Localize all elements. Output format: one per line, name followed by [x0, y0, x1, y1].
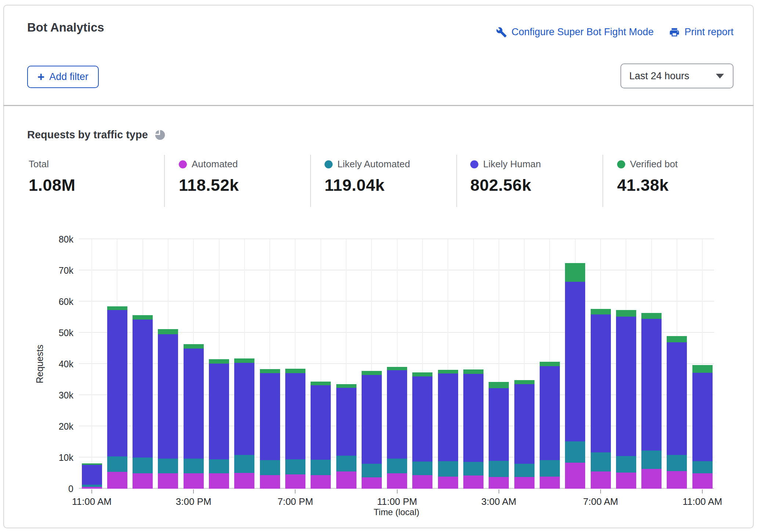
configure-super-bot-fight-mode-link[interactable]: Configure Super Bot Fight Mode	[496, 26, 653, 38]
stacked-bar-hour-13[interactable]	[412, 239, 432, 489]
stacked-bar-hour-1[interactable]	[107, 239, 127, 489]
bar-segment-likely-human	[540, 366, 560, 460]
bar-segment-likely-automated	[184, 459, 204, 473]
bar-segment-verified-bot	[260, 369, 280, 373]
bar-segment-verified-bot	[540, 362, 560, 366]
bar-segment-likely-human	[692, 373, 713, 461]
bar-segment-likely-automated	[438, 461, 458, 477]
bar-segment-likely-human	[260, 373, 280, 460]
time-range-select[interactable]: Last 24 hours	[620, 63, 734, 88]
chevron-down-icon	[716, 74, 724, 79]
print-report-link[interactable]: Print report	[669, 26, 734, 38]
bar-segment-likely-automated	[616, 456, 636, 473]
stat-verified-bot-label: Verified bot	[630, 158, 678, 170]
stat-separator	[602, 155, 603, 207]
y-axis-labels: 010k20k30k40k50k60k70k80k	[44, 239, 73, 489]
y-tick-label: 50k	[59, 328, 73, 338]
print-link-label: Print report	[684, 26, 734, 38]
bot-analytics-page: Bot Analytics Configure Super Bot Fight …	[0, 0, 757, 532]
bar-segment-likely-human	[565, 282, 585, 441]
stacked-bar-hour-24[interactable]	[692, 239, 713, 489]
bar-segment-likely-human	[489, 388, 509, 461]
stacked-bar-hour-19[interactable]	[565, 239, 585, 489]
stacked-bar-hour-18[interactable]	[540, 239, 560, 489]
bar-segment-likely-human	[107, 310, 127, 456]
bar-segment-likely-automated	[565, 441, 585, 463]
header-divider	[3, 105, 754, 106]
stat-likely-human-label: Likely Human	[483, 158, 541, 170]
stacked-bar-hour-17[interactable]	[514, 239, 535, 489]
stacked-bar-hour-5[interactable]	[209, 239, 229, 489]
bar-segment-likely-automated	[133, 458, 153, 473]
bar-segment-verified-bot	[591, 309, 611, 314]
stacked-bar-hour-6[interactable]	[234, 239, 254, 489]
likely-automated-dot-icon	[325, 160, 333, 168]
x-tick-label: 11:00 AM	[72, 496, 112, 507]
bar-segment-verified-bot	[158, 329, 178, 334]
bar-segment-automated	[641, 469, 662, 489]
bar-segment-verified-bot	[692, 365, 713, 372]
stacked-bar-hour-23[interactable]	[667, 239, 687, 489]
bar-segment-automated	[616, 473, 636, 489]
bar-segment-automated	[667, 471, 687, 489]
bar-segment-likely-automated	[158, 459, 178, 474]
stacked-bar-hour-0[interactable]	[82, 239, 102, 489]
stat-total-label: Total	[29, 158, 49, 170]
x-tick-label: 3:00 PM	[176, 496, 211, 507]
bar-segment-likely-human	[641, 319, 662, 451]
stacked-bar-hour-4[interactable]	[184, 239, 204, 489]
bar-segment-automated	[336, 471, 356, 489]
x-tick-mark	[295, 489, 296, 493]
stacked-bar-hour-2[interactable]	[133, 239, 153, 489]
add-filter-button[interactable]: + Add filter	[27, 66, 99, 88]
panel-title: Requests by traffic type	[27, 129, 148, 141]
stat-automated: Automated 118.52k	[179, 158, 239, 195]
bar-segment-likely-automated	[463, 462, 483, 475]
bar-segment-automated	[260, 475, 280, 489]
stacked-bar-hour-14[interactable]	[438, 239, 458, 489]
bar-segment-automated	[514, 477, 535, 489]
bar-segment-verified-bot	[565, 263, 585, 282]
stacked-bar-hour-20[interactable]	[591, 239, 611, 489]
stacked-bar-hour-22[interactable]	[641, 239, 662, 489]
stacked-bar-hour-11[interactable]	[362, 239, 382, 489]
verified-bot-dot-icon	[617, 160, 625, 168]
header-links: Configure Super Bot Fight Mode Print rep…	[496, 26, 734, 38]
bar-segment-likely-automated	[641, 451, 662, 469]
likely-human-dot-icon	[470, 160, 478, 168]
bar-segment-automated	[234, 473, 254, 489]
bar-segment-verified-bot	[107, 306, 127, 310]
stacked-bar-hour-9[interactable]	[311, 239, 331, 489]
bar-segment-likely-human	[158, 334, 178, 458]
bar-segment-likely-automated	[489, 461, 509, 477]
bar-segment-automated	[184, 473, 204, 489]
stacked-bar-hour-10[interactable]	[336, 239, 356, 489]
bar-segment-likely-human	[438, 374, 458, 461]
bar-segment-verified-bot	[412, 372, 432, 376]
x-tick-mark	[600, 489, 601, 493]
bar-segment-likely-human	[616, 317, 636, 456]
bar-segment-verified-bot	[489, 382, 509, 388]
wrench-icon	[496, 27, 507, 38]
stat-likely-human-value: 802.56k	[470, 176, 541, 195]
bar-segment-likely-automated	[260, 460, 280, 475]
stacked-bar-hour-16[interactable]	[489, 239, 509, 489]
stacked-bar-hour-7[interactable]	[260, 239, 280, 489]
stacked-bar-hour-15[interactable]	[463, 239, 483, 489]
bar-segment-likely-automated	[311, 460, 331, 475]
bar-segment-automated	[489, 477, 509, 489]
bar-segment-likely-automated	[692, 461, 713, 473]
stacked-bar-hour-3[interactable]	[158, 239, 178, 489]
bar-segment-likely-human	[285, 373, 305, 459]
x-axis-title: Time (local)	[374, 507, 419, 517]
bar-segment-likely-human	[133, 320, 153, 458]
stacked-bar-hour-21[interactable]	[616, 239, 636, 489]
bar-segment-likely-automated	[387, 459, 407, 473]
automated-dot-icon	[179, 160, 187, 168]
stacked-bar-hour-12[interactable]	[387, 239, 407, 489]
stat-separator	[310, 155, 311, 207]
stacked-bar-hour-8[interactable]	[285, 239, 305, 489]
y-axis-title: Requests	[35, 345, 45, 383]
bar-segment-verified-bot	[234, 358, 254, 363]
bar-segment-automated	[311, 475, 331, 489]
